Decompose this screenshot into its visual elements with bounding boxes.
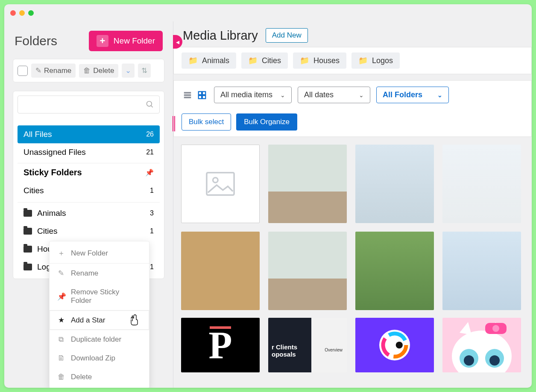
folder-icon: 📁 [248,56,258,65]
svg-point-10 [213,177,218,183]
svg-rect-8 [202,95,205,98]
media-thumb[interactable]: P [181,318,260,372]
chevron-left-icon: ◂ [176,38,179,46]
svg-point-0 [147,102,152,107]
all-files-row[interactable]: All Files 26 [18,125,160,143]
sort-button[interactable]: ⇅ [138,64,151,78]
ctx-delete[interactable]: 🗑Delete [50,368,149,386]
new-folder-label: New Folder [114,36,155,46]
ctx-duplicate[interactable]: ⧉Duplicate folder [50,330,149,349]
new-folder-button[interactable]: + New Folder [89,31,163,51]
pencil-icon: ✎ [57,269,65,278]
media-thumb-placeholder[interactable] [181,145,260,223]
media-thumb[interactable]: r Clients oposals Overview [268,318,347,372]
swirl-logo-icon [375,326,414,364]
svg-point-20 [489,355,500,366]
ctx-download-zip[interactable]: 🗎Download Zip [50,349,149,368]
chip-houses[interactable]: 📁Houses [293,52,346,69]
media-thumb[interactable] [268,232,347,310]
ctx-new-folder[interactable]: ＋New Folder [50,243,149,263]
unassigned-files-row[interactable]: Unassigned Files 21 [18,143,160,161]
sticky-folder-cities[interactable]: Cities 1 [18,182,160,200]
media-thumb[interactable] [268,145,347,223]
svg-rect-4 [184,96,191,98]
svg-point-18 [464,355,474,366]
folder-icon [23,246,32,253]
bulk-organize-button[interactable]: Bulk Organize [236,113,297,131]
media-grid-row3: P r Clients oposals Overview [173,318,532,380]
bulk-select-button[interactable]: Bulk select [182,113,231,131]
close-dot[interactable] [10,10,16,16]
select-all-checkbox[interactable] [18,66,28,76]
media-thumb[interactable] [442,318,521,372]
file-icon: 🗎 [57,354,65,363]
media-type-select[interactable]: All media items⌄ [214,87,292,103]
folder-icon [23,210,32,217]
media-thumb[interactable] [442,145,521,223]
svg-rect-3 [184,94,191,96]
folder-icon: 📁 [300,56,309,65]
chip-cities[interactable]: 📁Cities [241,52,288,69]
svg-point-15 [396,342,403,348]
list-view-button[interactable] [182,89,193,101]
sidebar-toolbar: ✎ Rename 🗑 Delete ⌄ ⇅ [13,59,164,82]
folder-filter-select[interactable]: All Folders⌄ [376,87,449,103]
folder-cities[interactable]: Cities 1 [18,222,160,240]
trash-icon: 🗑 [57,373,65,381]
svg-rect-6 [202,91,205,94]
svg-rect-5 [199,91,202,94]
minimize-dot[interactable] [19,10,25,16]
star-icon: ★ [57,316,65,325]
page-title: Media Library [183,29,258,43]
chevron-down-icon: ⌄ [125,66,131,75]
date-select[interactable]: All dates⌄ [298,87,370,103]
media-thumb[interactable] [355,232,434,310]
resize-handle[interactable] [173,116,175,131]
chip-logos[interactable]: 📁Logos [351,52,400,69]
svg-rect-2 [184,92,191,93]
pencil-icon: ✎ [35,66,41,75]
media-thumb[interactable] [355,318,434,372]
sort-icon: ⇅ [141,66,147,75]
svg-line-1 [151,106,153,107]
window-titlebar [4,4,532,21]
pin-icon: 📌 [145,168,154,177]
folder-search-input[interactable] [18,96,160,113]
media-thumb[interactable] [442,232,521,310]
media-thumb[interactable] [181,232,260,310]
chevron-down-icon: ⌄ [437,92,442,99]
plus-icon: + [97,35,108,47]
ctx-remove-sticky[interactable]: 📌Remove Sticky Folder [50,283,149,310]
svg-point-22 [492,325,499,332]
grid-view-button[interactable] [196,89,208,101]
cursor-icon [130,314,138,328]
main-content: Media Library Add New 📁Animals 📁Cities 📁… [173,21,532,388]
sticky-folders-header: Sticky Folders 📌 [18,163,160,182]
ctx-rename[interactable]: ✎Rename [50,263,149,283]
add-new-button[interactable]: Add New [266,28,308,43]
expand-toggle-button[interactable]: ⌄ [122,64,135,78]
chevron-down-icon: ⌄ [359,92,364,99]
rename-button[interactable]: ✎ Rename [31,64,76,78]
media-grid [173,137,532,318]
folder-icon [23,228,32,235]
search-icon [146,100,154,109]
folder-icon: 📁 [188,56,198,65]
svg-rect-7 [199,95,202,98]
filter-bar: All media items⌄ All dates⌄ All Folders⌄… [173,80,532,137]
sidebar-title: Folders [15,34,57,48]
folder-animals[interactable]: Animals 3 [18,202,160,222]
folder-icon: 📁 [358,56,368,65]
chevron-down-icon: ⌄ [280,92,285,99]
delete-button[interactable]: 🗑 Delete [79,64,118,78]
folder-chip-bar: 📁Animals 📁Cities 📁Houses 📁Logos [173,47,532,74]
svg-rect-9 [207,173,234,195]
folder-icon [23,264,32,270]
chip-animals[interactable]: 📁Animals [182,52,236,69]
kitty-icon [442,318,521,372]
app-window: Folders + New Folder ✎ Rename 🗑 Delete ⌄ [4,4,532,388]
svg-point-16 [452,331,512,372]
media-thumb[interactable] [355,145,434,223]
pin-icon: 📌 [57,292,65,301]
maximize-dot[interactable] [28,10,34,16]
